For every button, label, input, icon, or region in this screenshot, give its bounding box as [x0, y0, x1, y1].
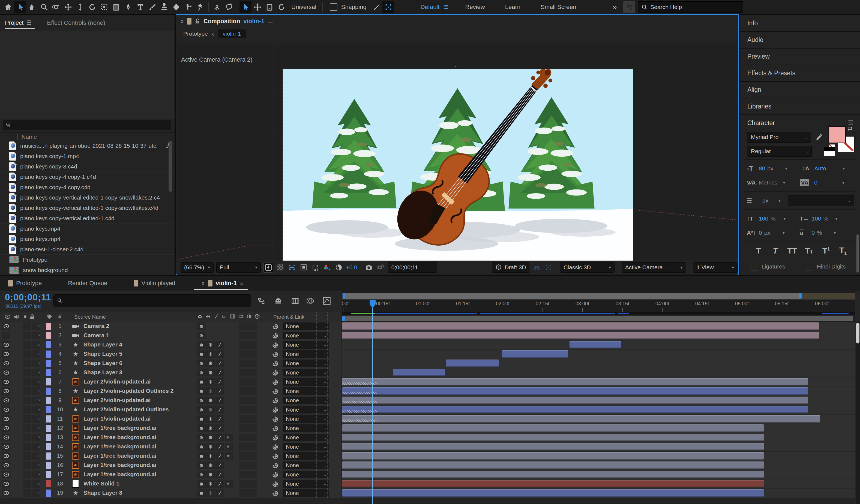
layer-row[interactable]: ›5★Shape Layer 6None⌄ — [0, 359, 341, 368]
shy-switch[interactable] — [197, 387, 206, 395]
eye-icon[interactable] — [3, 342, 10, 350]
panel-section-libraries[interactable]: Libraries — [740, 99, 860, 115]
tool-local-axis[interactable] — [211, 1, 223, 13]
parent-pickwhip-icon[interactable] — [272, 388, 279, 395]
solo-box[interactable] — [23, 480, 31, 488]
tool-brush[interactable] — [146, 1, 158, 13]
parent-dropdown[interactable]: None⌄ — [283, 434, 329, 441]
quality-switch[interactable] — [215, 350, 224, 358]
timeline-tab-violin-1[interactable]: xviolin-1≡ — [202, 276, 244, 291]
horizontal-scale-value[interactable]: 100 — [812, 215, 821, 222]
layer-label-swatch[interactable] — [46, 388, 51, 395]
collapse-switch[interactable] — [206, 471, 215, 478]
shy-switch[interactable] — [197, 369, 206, 376]
graph-editor-icon[interactable] — [321, 295, 332, 306]
tool-lasso-axis[interactable] — [223, 1, 235, 13]
quality-switch[interactable] — [215, 489, 224, 497]
layer-label-swatch[interactable] — [46, 341, 51, 349]
comp-frame[interactable] — [283, 69, 633, 266]
eye-icon[interactable] — [3, 471, 10, 479]
universal-tool-box[interactable] — [263, 1, 275, 13]
layer-label-swatch[interactable] — [46, 360, 51, 367]
tab-effect-controls[interactable]: Effect Controls (none) — [47, 19, 105, 27]
time-ruler[interactable]: 0:00f00:15f01:00f01:15f02:00f02:15f03:00… — [342, 291, 855, 312]
tool-pen[interactable] — [122, 1, 134, 13]
show-snapshot-icon[interactable] — [376, 263, 385, 272]
layer-name[interactable]: Layer 1/tree background.ai — [84, 471, 156, 477]
parent-pickwhip-icon[interactable] — [272, 471, 279, 478]
parent-pickwhip-icon[interactable] — [272, 369, 279, 376]
eye-icon[interactable] — [3, 462, 10, 470]
eye-icon[interactable] — [3, 388, 10, 396]
quality-switch[interactable] — [215, 397, 224, 404]
shy-switch[interactable] — [197, 461, 206, 469]
renderer-dropdown[interactable]: Classic 3D▾ — [560, 262, 615, 272]
universal-tool-selection[interactable] — [240, 1, 252, 13]
solo-box[interactable] — [23, 425, 31, 432]
layer-duration-bar[interactable] — [502, 350, 568, 358]
workspace-settings-icon[interactable] — [623, 1, 635, 13]
parent-pickwhip-icon[interactable] — [272, 453, 279, 460]
timeline-timecode[interactable]: 0;00;00;11 — [5, 292, 51, 302]
tool-puppet[interactable] — [182, 1, 194, 13]
leading-dropdown-icon[interactable]: ▼ — [842, 166, 846, 171]
parent-pickwhip-icon[interactable] — [272, 351, 279, 358]
stroke-width-dropdown-icon[interactable]: ▼ — [778, 198, 782, 203]
comp-panel-menu-icon[interactable]: ☰ — [268, 18, 273, 25]
parent-pickwhip-icon[interactable] — [272, 342, 279, 349]
close-icon[interactable]: x — [202, 280, 204, 287]
project-menu-icon[interactable]: ☰ — [26, 19, 32, 27]
layer-label-swatch[interactable] — [46, 425, 51, 432]
work-area-start-handle[interactable] — [343, 293, 345, 298]
expand-layer-chevron[interactable]: › — [38, 490, 40, 495]
project-item[interactable]: snow background — [0, 265, 175, 275]
playhead-line[interactable] — [372, 300, 373, 504]
shy-switch[interactable] — [197, 443, 206, 450]
ground-plane-icon[interactable] — [532, 263, 541, 272]
timeline-horizontal-scrollbar[interactable] — [342, 316, 855, 322]
ligatures-checkbox[interactable] — [751, 263, 758, 270]
layer-row[interactable]: ›3★Shape Layer 4None⌄ — [0, 340, 341, 350]
collapse-switch[interactable] — [206, 369, 215, 376]
snapping-checkbox[interactable] — [330, 3, 338, 11]
timeline-tab-render-queue[interactable]: Render Queue — [68, 276, 107, 291]
motion-blur-toggle-icon[interactable] — [305, 295, 316, 306]
layer-duration-bar[interactable] — [342, 434, 764, 441]
layer-name[interactable]: Layer 2/violin-updated.ai — [84, 397, 150, 403]
eye-icon[interactable] — [3, 369, 10, 377]
layer-row[interactable]: ›9AiLayer 2/violin-updated.aiNone⌄ — [0, 396, 341, 405]
work-area-end-handle[interactable] — [799, 293, 802, 298]
effects-switch[interactable]: fx — [225, 443, 233, 450]
shy-switch[interactable] — [197, 323, 206, 330]
layer-duration-bar[interactable] — [342, 397, 808, 404]
parent-dropdown[interactable]: None⌄ — [283, 480, 329, 488]
layer-duration-bar[interactable] — [342, 461, 764, 469]
channels-icon[interactable] — [322, 263, 332, 272]
horizontal-scroll-thumb[interactable] — [342, 316, 853, 321]
solo-box[interactable] — [23, 489, 31, 497]
project-item[interactable]: piano keys copy-1.mp4 — [0, 151, 175, 161]
panel-section-audio[interactable]: Audio — [740, 32, 860, 48]
layer-duration-bar[interactable] — [342, 415, 820, 423]
shy-toggle-icon[interactable] — [273, 295, 284, 306]
layer-row[interactable]: ›8★Layer 2/violin-updated Outlines 2None… — [0, 386, 341, 396]
eye-icon[interactable] — [3, 453, 10, 461]
parent-dropdown[interactable]: None⌄ — [283, 350, 329, 358]
layer-row[interactable]: ›7AiLayer 2/violin-updated.aiNone⌄ — [0, 377, 341, 387]
project-search-input[interactable] — [3, 120, 171, 130]
workspace-menu-icon[interactable]: ☰ — [444, 4, 448, 10]
subscript-button[interactable]: T1 — [835, 246, 851, 256]
mask-visibility-icon[interactable] — [299, 263, 308, 272]
shy-switch[interactable] — [197, 471, 206, 478]
parent-pickwhip-icon[interactable] — [272, 416, 279, 423]
expand-layer-chevron[interactable]: › — [38, 444, 40, 449]
shy-switch[interactable] — [197, 425, 206, 432]
vertical-scroll-thumb[interactable] — [856, 323, 859, 343]
layer-duration-bar[interactable] — [446, 359, 499, 367]
collapse-switch[interactable] — [206, 489, 215, 497]
layer-label-swatch[interactable] — [46, 415, 51, 423]
layer-label-swatch[interactable] — [46, 453, 51, 460]
tool-rectangle[interactable] — [110, 1, 122, 13]
solo-box[interactable] — [23, 350, 31, 358]
layer-duration-bar[interactable] — [342, 332, 819, 339]
